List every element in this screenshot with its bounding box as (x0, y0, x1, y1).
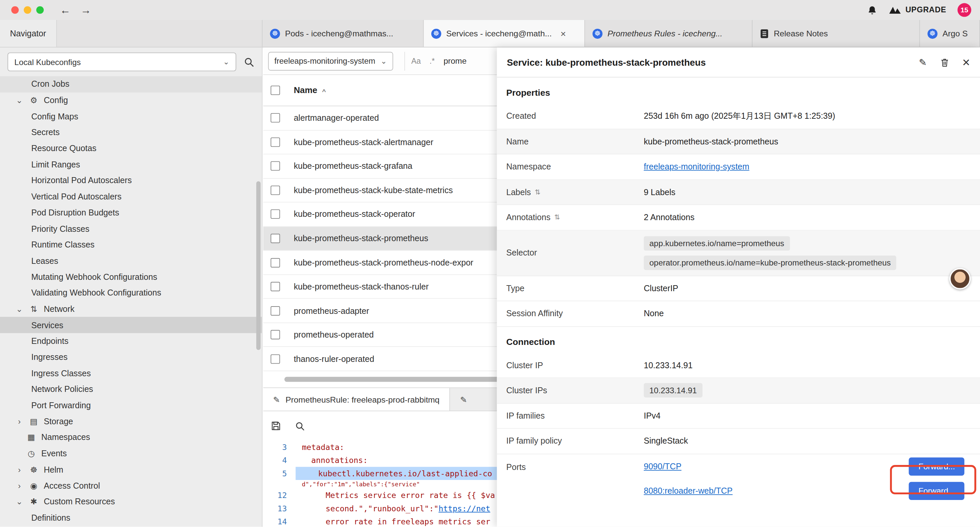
sidebar-group-access-control[interactable]: ›◉Access Control (0, 478, 262, 494)
row-checkbox[interactable] (270, 282, 280, 291)
row-checkbox[interactable] (270, 330, 280, 339)
tab-label: Release Notes (774, 29, 828, 38)
save-icon[interactable] (270, 420, 281, 431)
detail-row-cluster-ip: Cluster IP 10.233.14.91 (497, 353, 980, 378)
kubeconfig-select[interactable]: Local Kubeconfigs ⌄ (7, 53, 236, 71)
tab-prometheus-rules[interactable]: ☸ Prometheus Rules - icecheng... (585, 20, 752, 47)
expand-updown-icon[interactable]: ⇅ (554, 213, 560, 221)
network-arrows-icon: ⇅ (28, 304, 39, 314)
tab-label: Argo S (943, 29, 968, 38)
sidebar-item-ingresses[interactable]: Ingresses (0, 349, 262, 365)
sidebar-item-definitions[interactable]: Definitions (0, 509, 262, 525)
item-label: Validating Webhook Configurations (31, 288, 161, 298)
dock-tab-partial[interactable]: ✎ (450, 388, 477, 411)
sidebar-item-port-forwarding[interactable]: Port Forwarding (0, 397, 262, 413)
search-input[interactable]: Aa .* prome (404, 52, 473, 70)
service-name: kube-prometheus-stack-alertmanager (294, 137, 433, 147)
sidebar-group-storage[interactable]: ›▤Storage (0, 413, 262, 429)
sidebar-item-horizontal-pod-autoscalers[interactable]: Horizontal Pod Autoscalers (0, 172, 262, 188)
line-number: 3 (263, 441, 296, 454)
close-tab-icon[interactable]: × (560, 28, 566, 39)
zoom-window-button[interactable] (37, 6, 44, 14)
port-link[interactable]: 8080:reloader-web/TCP (644, 486, 732, 495)
mountain-icon (889, 6, 901, 14)
tab-release-notes[interactable]: Release Notes (752, 20, 920, 47)
back-icon[interactable]: ← (60, 5, 71, 15)
sidebar-group-network[interactable]: ⌄⇅Network (0, 301, 262, 317)
close-icon[interactable]: × (963, 56, 970, 69)
tab-services[interactable]: ☸ Services - icecheng@math... × (424, 20, 585, 47)
sidebar-group-custom-resources[interactable]: ⌄✱Custom Resources (0, 494, 262, 509)
tab-pods[interactable]: ☸ Pods - icecheng@mathmas... (262, 20, 424, 47)
sidebar-group-helm[interactable]: ›☸Helm (0, 462, 262, 478)
row-label: Selector (506, 248, 644, 258)
item-label: Access Control (44, 481, 100, 490)
forward-button[interactable]: Forward... (909, 482, 964, 500)
column-label: Name (294, 86, 317, 95)
row-value: kube-prometheus-stack-prometheus (644, 137, 778, 146)
minimize-window-button[interactable] (24, 6, 31, 14)
match-case-icon[interactable]: Aa (411, 57, 421, 65)
access-control-icon: ◉ (28, 481, 39, 490)
sidebar-item-mutating-webhook-configurations[interactable]: Mutating Webhook Configurations (0, 269, 262, 285)
sidebar-item-endpoints[interactable]: Endpoints (0, 333, 262, 349)
sidebar-item-vertical-pod-autoscalers[interactable]: Vertical Pod Autoscalers (0, 189, 262, 205)
trash-icon[interactable] (940, 57, 949, 67)
line-number (263, 480, 296, 489)
row-checkbox[interactable] (270, 234, 280, 243)
search-icon[interactable] (244, 57, 255, 67)
namespace-link[interactable]: freeleaps-monitoring-system (644, 162, 749, 172)
app-window: ← → UPGRADE 15 Navigator ☸ Pods - iceche… (0, 0, 980, 527)
tab-label: Services - icecheng@math... (446, 29, 552, 38)
sidebar-item-resource-quotas[interactable]: Resource Quotas (0, 140, 262, 156)
forward-button[interactable]: Forward... (909, 457, 964, 475)
expand-updown-icon[interactable]: ⇅ (535, 188, 540, 196)
bell-icon[interactable] (867, 5, 877, 15)
notification-badge[interactable]: 15 (958, 3, 971, 17)
row-checkbox[interactable] (270, 258, 280, 267)
line-code-text: second.","runbook_url":" (326, 504, 438, 513)
sidebar-item-limit-ranges[interactable]: Limit Ranges (0, 156, 262, 172)
tab-argo[interactable]: ☸ Argo S (920, 20, 980, 47)
sidebar-item-events[interactable]: ◷Events (0, 446, 262, 462)
sidebar-item-runtime-classes[interactable]: Runtime Classes (0, 237, 262, 253)
service-name: kube-prometheus-stack-prometheus (294, 234, 428, 243)
row-checkbox[interactable] (270, 161, 280, 171)
service-name: kube-prometheus-stack-kube-state-metrics (294, 185, 453, 195)
sidebar-item-ingress-classes[interactable]: Ingress Classes (0, 365, 262, 381)
sidebar-item-cron-jobs[interactable]: Cron Jobs (0, 76, 262, 92)
chevron-down-icon: ⌄ (15, 304, 24, 314)
sidebar-item-services[interactable]: Services (0, 317, 262, 333)
sidebar-item-validating-webhook-configurations[interactable]: Validating Webhook Configurations (0, 285, 262, 301)
detail-row-selector: Selector app.kubernetes.io/name=promethe… (497, 230, 980, 276)
port-link[interactable]: 9090/TCP (644, 462, 681, 471)
row-checkbox[interactable] (270, 210, 280, 219)
select-all-checkbox[interactable] (270, 86, 280, 95)
pencil-icon: ✎ (273, 395, 280, 404)
name-column-header[interactable]: Name ^ (294, 86, 326, 95)
row-checkbox[interactable] (270, 113, 280, 123)
sidebar-item-pod-disruption-budgets[interactable]: Pod Disruption Budgets (0, 205, 262, 221)
close-window-button[interactable] (11, 6, 19, 14)
sidebar-item-namespaces[interactable]: ▦Namespaces (0, 429, 262, 445)
forward-icon[interactable]: → (81, 5, 91, 15)
regex-icon[interactable]: .* (430, 57, 435, 65)
dock-tab-prometheusrule[interactable]: ✎ PrometheusRule: freeleaps-prod-rabbitm… (263, 388, 450, 411)
avatar[interactable] (949, 268, 970, 290)
row-checkbox[interactable] (270, 185, 280, 195)
row-checkbox[interactable] (270, 354, 280, 363)
document-icon (760, 29, 768, 38)
sidebar-item-network-policies[interactable]: Network Policies (0, 381, 262, 397)
sidebar-item-priority-classes[interactable]: Priority Classes (0, 221, 262, 237)
sidebar-item-config-maps[interactable]: Config Maps (0, 108, 262, 124)
row-checkbox[interactable] (270, 306, 280, 315)
sidebar-item-secrets[interactable]: Secrets (0, 124, 262, 140)
namespace-select[interactable]: freeleaps-monitoring-system ⌄ (268, 52, 393, 70)
editor-search-icon[interactable] (295, 421, 305, 431)
row-checkbox[interactable] (270, 137, 280, 147)
sidebar-group-config[interactable]: ⌄⚙Config (0, 92, 262, 108)
upgrade-button[interactable]: UPGRADE (889, 6, 946, 14)
sidebar-item-leases[interactable]: Leases (0, 253, 262, 269)
sidebar-scrollbar[interactable] (256, 181, 261, 350)
edit-pencil-icon[interactable]: ✎ (919, 57, 927, 67)
